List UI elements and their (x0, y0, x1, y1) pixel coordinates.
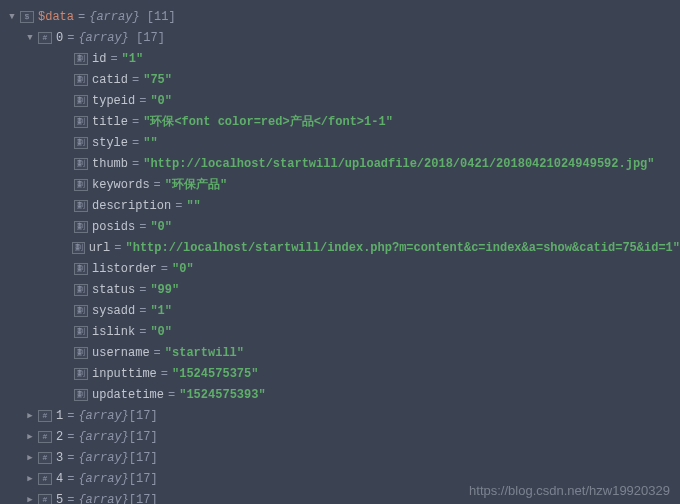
field-value: "" (143, 136, 157, 150)
type-hint: {array} (78, 451, 128, 465)
type-hint: {array} (78, 31, 128, 45)
array-icon: $ (20, 11, 34, 23)
equals-sign: = (114, 241, 121, 255)
tree-row-field[interactable]: 劃updatetime="1524575393" (0, 384, 680, 405)
equals-sign: = (139, 94, 146, 108)
equals-sign: = (139, 283, 146, 297)
field-key: typeid (92, 94, 135, 108)
tree-row-field[interactable]: 劃username="startwill" (0, 342, 680, 363)
equals-sign: = (132, 136, 139, 150)
equals-sign: = (132, 157, 139, 171)
expand-toggle-icon[interactable] (24, 431, 36, 442)
tree-row-item[interactable]: #2={array} [17] (0, 426, 680, 447)
expand-toggle-icon[interactable] (24, 452, 36, 463)
expand-toggle-icon[interactable] (24, 33, 36, 43)
field-value: "http://localhost/startwill/index.php?m=… (126, 241, 681, 255)
expand-toggle-icon[interactable] (6, 12, 18, 22)
array-icon: # (38, 452, 52, 464)
count-hint: [11] (140, 10, 176, 24)
variable-name: $data (38, 10, 74, 24)
field-value: "http://localhost/startwill/uploadfile/2… (143, 157, 654, 171)
tree-row-field[interactable]: 劃url="http://localhost/startwill/index.p… (0, 237, 680, 258)
field-key: status (92, 283, 135, 297)
string-icon: 劃 (74, 53, 88, 65)
equals-sign: = (175, 199, 182, 213)
tree-row-field[interactable]: 劃title="环保<font color=red>产品</font>1-1" (0, 111, 680, 132)
string-icon: 劃 (74, 137, 88, 149)
field-value: "1524575393" (179, 388, 265, 402)
field-value: "环保<font color=red>产品</font>1-1" (143, 113, 393, 130)
field-value: "75" (143, 73, 172, 87)
string-icon: 劃 (74, 221, 88, 233)
expand-toggle-icon[interactable] (24, 494, 36, 504)
field-value: "1" (122, 52, 144, 66)
field-value: "" (186, 199, 200, 213)
tree-row-field[interactable]: 劃listorder="0" (0, 258, 680, 279)
tree-row-field[interactable]: 劃sysadd="1" (0, 300, 680, 321)
field-value: "0" (150, 325, 172, 339)
string-icon: 劃 (74, 347, 88, 359)
string-icon: 劃 (74, 158, 88, 170)
field-key: thumb (92, 157, 128, 171)
item-key: 1 (56, 409, 63, 423)
field-key: inputtime (92, 367, 157, 381)
array-icon: # (38, 32, 52, 44)
tree-row-root[interactable]: $ $data = {array} [11] (0, 6, 680, 27)
equals-sign: = (132, 73, 139, 87)
field-key: url (89, 241, 111, 255)
tree-row-field[interactable]: 劃posids="0" (0, 216, 680, 237)
field-value: "1524575375" (172, 367, 258, 381)
tree-row-field[interactable]: 劃catid="75" (0, 69, 680, 90)
equals-sign: = (161, 367, 168, 381)
tree-row-field[interactable]: 劃id="1" (0, 48, 680, 69)
field-key: style (92, 136, 128, 150)
equals-sign: = (67, 409, 74, 423)
string-icon: 劃 (74, 284, 88, 296)
tree-row-field[interactable]: 劃inputtime="1524575375" (0, 363, 680, 384)
item-key: 4 (56, 472, 63, 486)
equals-sign: = (67, 430, 74, 444)
type-hint: {array} (78, 472, 128, 486)
equals-sign: = (78, 10, 85, 24)
expand-toggle-icon[interactable] (24, 410, 36, 421)
field-key: posids (92, 220, 135, 234)
tree-row-field[interactable]: 劃islink="0" (0, 321, 680, 342)
field-key: description (92, 199, 171, 213)
field-value: "0" (172, 262, 194, 276)
type-hint: {array} (78, 493, 128, 505)
tree-row-field[interactable]: 劃status="99" (0, 279, 680, 300)
item-key: 2 (56, 430, 63, 444)
tree-row-field[interactable]: 劃typeid="0" (0, 90, 680, 111)
equals-sign: = (110, 52, 117, 66)
field-key: username (92, 346, 150, 360)
item-key: 3 (56, 451, 63, 465)
array-icon: # (38, 494, 52, 505)
equals-sign: = (67, 31, 74, 45)
field-value: "环保产品" (165, 176, 227, 193)
string-icon: 劃 (74, 95, 88, 107)
array-icon: # (38, 410, 52, 422)
tree-row-item-0[interactable]: # 0 = {array} [17] (0, 27, 680, 48)
string-icon: 劃 (74, 263, 88, 275)
tree-row-item[interactable]: #3={array} [17] (0, 447, 680, 468)
count-hint: [17] (129, 451, 158, 465)
equals-sign: = (67, 493, 74, 505)
field-key: id (92, 52, 106, 66)
tree-row-field[interactable]: 劃keywords="环保产品" (0, 174, 680, 195)
field-key: listorder (92, 262, 157, 276)
type-hint: {array} (78, 409, 128, 423)
count-hint: [17] (129, 31, 165, 45)
tree-row-item[interactable]: #1={array} [17] (0, 405, 680, 426)
field-value: "99" (150, 283, 179, 297)
field-key: keywords (92, 178, 150, 192)
equals-sign: = (161, 262, 168, 276)
string-icon: 劃 (74, 389, 88, 401)
equals-sign: = (154, 346, 161, 360)
item-key: 0 (56, 31, 63, 45)
tree-row-field[interactable]: 劃thumb="http://localhost/startwill/uploa… (0, 153, 680, 174)
equals-sign: = (139, 325, 146, 339)
equals-sign: = (67, 451, 74, 465)
tree-row-field[interactable]: 劃style="" (0, 132, 680, 153)
tree-row-field[interactable]: 劃description="" (0, 195, 680, 216)
expand-toggle-icon[interactable] (24, 473, 36, 484)
